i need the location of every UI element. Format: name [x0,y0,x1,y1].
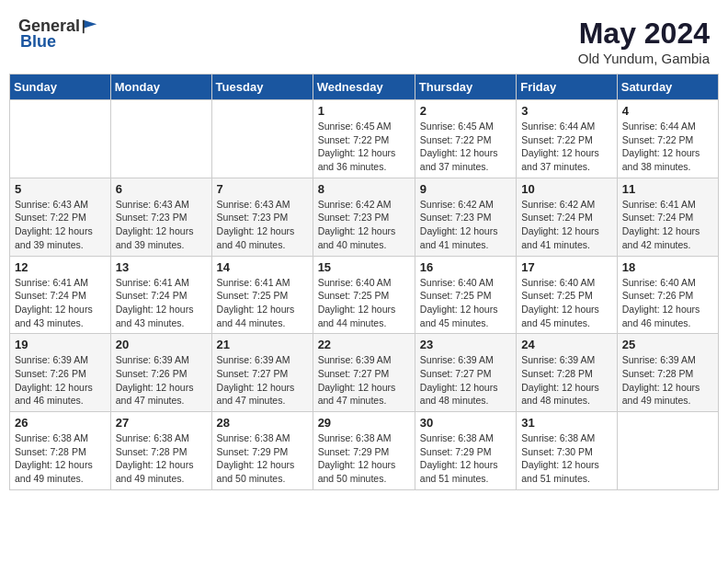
title-section: May 2024 Old Yundum, Gambia [578,17,710,66]
day-info: Sunrise: 6:42 AMSunset: 7:23 PMDaylight:… [318,198,410,252]
day-number: 27 [116,416,207,430]
day-info: Sunrise: 6:43 AMSunset: 7:23 PMDaylight:… [217,198,308,252]
day-cell: 17Sunrise: 6:40 AMSunset: 7:25 PMDayligh… [517,256,618,334]
month-year: May 2024 [578,17,710,51]
day-cell: 16Sunrise: 6:40 AMSunset: 7:25 PMDayligh… [415,256,516,334]
day-info: Sunrise: 6:40 AMSunset: 7:25 PMDaylight:… [318,276,410,330]
day-info: Sunrise: 6:38 AMSunset: 7:29 PMDaylight:… [420,431,511,486]
day-info: Sunrise: 6:45 AMSunset: 7:22 PMDaylight:… [318,120,410,174]
day-number: 10 [521,182,612,196]
day-number: 21 [217,338,308,351]
day-cell: 4Sunrise: 6:44 AMSunset: 7:22 PMDaylight… [617,100,718,178]
day-cell: 8Sunrise: 6:42 AMSunset: 7:23 PMDaylight… [313,178,415,256]
day-number: 28 [217,416,308,430]
day-cell: 18Sunrise: 6:40 AMSunset: 7:26 PMDayligh… [617,256,718,334]
day-number: 3 [521,104,612,118]
day-info: Sunrise: 6:38 AMSunset: 7:29 PMDaylight:… [217,431,308,486]
day-cell: 20Sunrise: 6:39 AMSunset: 7:26 PMDayligh… [110,334,211,412]
weekday-thursday: Thursday [415,75,516,100]
day-cell: 29Sunrise: 6:38 AMSunset: 7:29 PMDayligh… [313,412,415,490]
day-cell: 30Sunrise: 6:38 AMSunset: 7:29 PMDayligh… [415,412,516,490]
day-info: Sunrise: 6:43 AMSunset: 7:22 PMDaylight:… [15,198,106,252]
day-info: Sunrise: 6:38 AMSunset: 7:28 PMDaylight:… [116,431,207,486]
day-number: 4 [622,104,713,118]
day-cell: 24Sunrise: 6:39 AMSunset: 7:28 PMDayligh… [517,334,618,412]
day-cell: 14Sunrise: 6:41 AMSunset: 7:25 PMDayligh… [211,256,313,334]
day-info: Sunrise: 6:41 AMSunset: 7:24 PMDaylight:… [15,276,106,330]
day-info: Sunrise: 6:45 AMSunset: 7:22 PMDaylight:… [420,120,511,174]
day-cell: 13Sunrise: 6:41 AMSunset: 7:24 PMDayligh… [110,256,211,334]
day-number: 18 [622,260,713,274]
day-info: Sunrise: 6:39 AMSunset: 7:27 PMDaylight:… [318,353,410,408]
day-info: Sunrise: 6:39 AMSunset: 7:28 PMDaylight:… [622,353,713,408]
week-row-3: 12Sunrise: 6:41 AMSunset: 7:24 PMDayligh… [10,256,719,334]
day-cell [110,100,211,178]
weekday-header-row: SundayMondayTuesdayWednesdayThursdayFrid… [10,75,719,100]
week-row-5: 26Sunrise: 6:38 AMSunset: 7:28 PMDayligh… [10,412,719,490]
day-info: Sunrise: 6:38 AMSunset: 7:29 PMDaylight:… [318,431,410,486]
day-number: 20 [116,338,207,351]
day-info: Sunrise: 6:44 AMSunset: 7:22 PMDaylight:… [521,120,612,174]
weekday-saturday: Saturday [617,75,718,100]
day-cell [211,100,313,178]
day-cell: 7Sunrise: 6:43 AMSunset: 7:23 PMDaylight… [211,178,313,256]
weekday-monday: Monday [110,75,211,100]
day-info: Sunrise: 6:41 AMSunset: 7:24 PMDaylight:… [622,198,713,252]
day-number: 25 [622,338,713,351]
weekday-friday: Friday [517,75,618,100]
day-number: 6 [116,182,207,196]
day-cell: 27Sunrise: 6:38 AMSunset: 7:28 PMDayligh… [110,412,211,490]
day-number: 31 [521,416,612,430]
day-cell: 15Sunrise: 6:40 AMSunset: 7:25 PMDayligh… [313,256,415,334]
day-cell: 23Sunrise: 6:39 AMSunset: 7:27 PMDayligh… [415,334,516,412]
day-number: 30 [420,416,511,430]
day-cell: 10Sunrise: 6:42 AMSunset: 7:24 PMDayligh… [517,178,618,256]
day-info: Sunrise: 6:40 AMSunset: 7:25 PMDaylight:… [420,276,511,330]
week-row-4: 19Sunrise: 6:39 AMSunset: 7:26 PMDayligh… [10,334,719,412]
day-number: 15 [318,260,410,274]
day-number: 23 [420,338,511,351]
calendar-table: SundayMondayTuesdayWednesdayThursdayFrid… [9,74,719,490]
day-cell: 22Sunrise: 6:39 AMSunset: 7:27 PMDayligh… [313,334,415,412]
day-cell: 12Sunrise: 6:41 AMSunset: 7:24 PMDayligh… [10,256,111,334]
day-number: 14 [217,260,308,274]
weekday-tuesday: Tuesday [211,75,313,100]
day-info: Sunrise: 6:39 AMSunset: 7:28 PMDaylight:… [521,353,612,408]
day-cell: 28Sunrise: 6:38 AMSunset: 7:29 PMDayligh… [211,412,313,490]
calendar-body: 1Sunrise: 6:45 AMSunset: 7:22 PMDaylight… [10,100,719,490]
day-info: Sunrise: 6:43 AMSunset: 7:23 PMDaylight:… [116,198,207,252]
day-number: 9 [420,182,511,196]
day-info: Sunrise: 6:38 AMSunset: 7:30 PMDaylight:… [521,431,612,486]
day-info: Sunrise: 6:39 AMSunset: 7:26 PMDaylight:… [15,353,106,408]
logo: General Blue [18,17,98,52]
day-info: Sunrise: 6:39 AMSunset: 7:27 PMDaylight:… [217,353,308,408]
day-number: 1 [318,104,410,118]
day-number: 16 [420,260,511,274]
day-cell: 5Sunrise: 6:43 AMSunset: 7:22 PMDaylight… [10,178,111,256]
logo-blue: Blue [20,32,56,52]
day-cell: 26Sunrise: 6:38 AMSunset: 7:28 PMDayligh… [10,412,111,490]
header: General Blue May 2024 Old Yundum, Gambia [9,9,719,70]
day-info: Sunrise: 6:39 AMSunset: 7:27 PMDaylight:… [420,353,511,408]
day-cell: 31Sunrise: 6:38 AMSunset: 7:30 PMDayligh… [517,412,618,490]
day-number: 5 [15,182,106,196]
day-number: 19 [15,338,106,351]
day-number: 7 [217,182,308,196]
weekday-wednesday: Wednesday [313,75,415,100]
day-cell: 2Sunrise: 6:45 AMSunset: 7:22 PMDaylight… [415,100,516,178]
day-number: 24 [521,338,612,351]
day-number: 8 [318,182,410,196]
day-number: 26 [15,416,106,430]
day-number: 17 [521,260,612,274]
day-cell: 25Sunrise: 6:39 AMSunset: 7:28 PMDayligh… [617,334,718,412]
day-info: Sunrise: 6:40 AMSunset: 7:26 PMDaylight:… [622,276,713,330]
weekday-sunday: Sunday [10,75,111,100]
day-cell: 3Sunrise: 6:44 AMSunset: 7:22 PMDaylight… [517,100,618,178]
day-info: Sunrise: 6:39 AMSunset: 7:26 PMDaylight:… [116,353,207,408]
day-cell: 9Sunrise: 6:42 AMSunset: 7:23 PMDaylight… [415,178,516,256]
day-number: 29 [318,416,410,430]
day-number: 22 [318,338,410,351]
day-cell [617,412,718,490]
day-cell: 19Sunrise: 6:39 AMSunset: 7:26 PMDayligh… [10,334,111,412]
location: Old Yundum, Gambia [578,51,710,66]
